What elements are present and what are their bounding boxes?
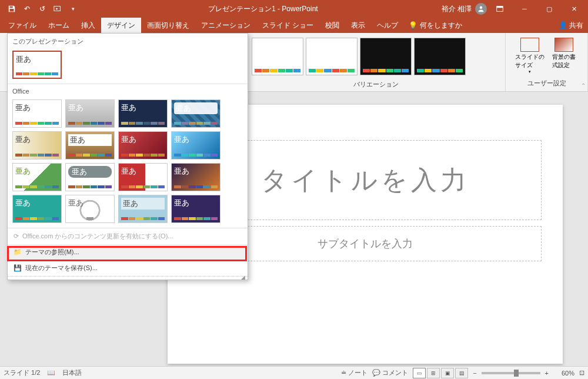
quick-access-toolbar: ↶ ↺ ▾ [0,2,85,16]
tab-help[interactable]: ヘルプ [371,18,404,33]
svg-rect-3 [497,6,503,8]
themes-gallery-dropdown: このプレゼンテーション 亜あ Office 亜あ 亜あ 亜あ 亜あ 亜あ 亜あ … [7,33,248,280]
slide-indicator[interactable]: スライド 1/2 [4,368,40,377]
theme-thumb[interactable]: 亜あ [171,195,220,223]
browse-for-themes-item[interactable]: 📁テーマの参照(M)... [8,244,248,260]
tab-insert[interactable]: 挿入 [75,18,101,33]
variation-thumb[interactable] [414,38,466,75]
tab-transitions[interactable]: 画面切り替え [141,18,195,33]
save-button[interactable] [5,2,19,16]
tab-animations[interactable]: アニメーション [195,18,256,33]
collapse-ribbon-button[interactable]: ⌃ [581,82,586,89]
customize-group: スライドの サイズ▾ 背景の書 式設定 ユーザー設定 [506,33,588,91]
window-title: プレゼンテーション1 - PowerPoint [85,4,442,14]
minimize-button[interactable]: ─ [513,0,536,18]
tab-slideshow[interactable]: スライド ショー [256,18,319,33]
customize-qat-button[interactable]: ▾ [66,2,80,16]
theme-thumb[interactable]: 亜あ [118,163,168,191]
user-avatar-icon[interactable] [475,3,487,15]
status-bar: スライド 1/2 📖 日本語 ≐ ノート 💬 コメント ▭ ⊞ ▣ ▤ − + … [0,366,588,379]
resize-grip-icon[interactable]: ◢ [241,274,245,280]
variation-thumb[interactable] [360,38,412,75]
theme-thumb[interactable]: 亜あ [171,163,220,191]
theme-thumb-current[interactable]: 亜あ [12,51,62,79]
variation-thumb[interactable] [306,38,358,75]
variations-label: バリエーション [249,80,503,89]
enable-office-com-updates-item[interactable]: ⟳Office.com からのコンテンツ更新を有効にする(O)... [8,228,248,244]
refresh-icon: ⟳ [14,232,19,240]
reading-view-button[interactable]: ▣ [441,368,454,378]
format-background-button[interactable]: 背景の書 式設定 [547,38,580,74]
folder-icon: 📁 [14,248,22,256]
slide-sorter-view-button[interactable]: ⊞ [427,368,440,378]
theme-thumb[interactable]: 亜あ [65,163,115,191]
notes-button[interactable]: ≐ ノート [341,368,368,377]
tab-review[interactable]: 校閲 [319,18,345,33]
zoom-percent[interactable]: 60% [553,370,574,377]
theme-thumb[interactable]: 亜あ [65,195,115,223]
save-current-theme-item[interactable]: 💾現在のテーマを保存(S)... [8,260,248,276]
theme-thumb[interactable]: 亜あ [118,195,168,223]
start-from-beginning-button[interactable] [51,2,65,16]
fit-to-window-button[interactable]: ⊡ [579,369,584,377]
theme-thumb[interactable]: 亜あ [65,131,115,159]
slideshow-view-button[interactable]: ▤ [455,368,468,378]
zoom-slider[interactable] [482,372,540,374]
theme-thumb[interactable]: 亜あ [171,131,220,159]
format-bg-icon [554,38,573,52]
comments-button[interactable]: 💬 コメント [372,368,408,377]
ribbon-tabs: ファイル ホーム 挿入 デザイン 画面切り替え アニメーション スライド ショー… [0,18,588,33]
lightbulb-icon: 💡 [409,21,417,29]
customize-label: ユーザー設定 [527,79,566,88]
theme-thumb[interactable]: 亜あ [65,99,115,128]
view-buttons: ▭ ⊞ ▣ ▤ [413,368,468,378]
title-bar: ↶ ↺ ▾ プレゼンテーション1 - PowerPoint 裕介 相澤 ─ ▢ … [0,0,588,18]
tell-me-search[interactable]: 💡何をしますか [404,21,467,31]
theme-thumb[interactable]: 亜あ [12,195,62,223]
variation-thumb[interactable] [252,38,303,75]
section-this-presentation: このプレゼンテーション [8,34,248,48]
svg-point-1 [480,6,483,9]
tab-file[interactable]: ファイル [2,18,42,33]
slide-size-button[interactable]: スライドの サイズ▾ [513,38,546,74]
share-icon: 👤 [559,21,567,29]
language-indicator[interactable]: 日本語 [62,368,82,377]
theme-thumb[interactable]: 亜あ [12,99,62,128]
undo-button[interactable]: ↶ [20,2,34,16]
theme-thumb[interactable]: 亜あ [118,131,168,159]
save-icon: 💾 [14,264,22,272]
redo-button[interactable]: ↺ [35,2,49,16]
zoom-in-button[interactable]: + [545,370,549,377]
tab-view[interactable]: 表示 [345,18,371,33]
share-button[interactable]: 👤共有 [559,21,583,31]
slide-size-icon [520,38,539,52]
tab-design[interactable]: デザイン [101,18,141,33]
ribbon-display-options-button[interactable] [488,0,512,18]
theme-thumb[interactable]: 亜あ [12,131,62,159]
user-name: 裕介 相澤 [442,4,472,14]
theme-thumb[interactable]: 亜あ [12,163,62,191]
theme-thumb[interactable]: 亜あ [118,99,168,128]
title-right-controls: 裕介 相澤 ─ ▢ ✕ [442,0,588,18]
section-office: Office [8,84,248,97]
restore-button[interactable]: ▢ [537,0,561,18]
variations-group: バリエーション [247,33,506,91]
normal-view-button[interactable]: ▭ [413,368,426,378]
theme-thumb[interactable]: 亜あ [171,99,220,128]
spellcheck-icon[interactable]: 📖 [47,369,55,377]
tab-home[interactable]: ホーム [42,18,75,33]
close-button[interactable]: ✕ [562,0,586,18]
zoom-out-button[interactable]: − [473,370,476,377]
